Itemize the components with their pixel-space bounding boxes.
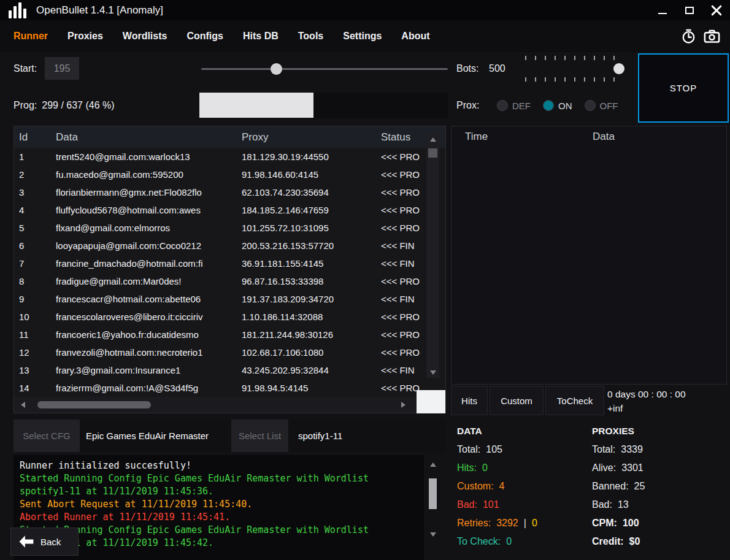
scroll-up-button[interactable] xyxy=(426,134,439,145)
cell-proxy: 36.91.181.155:4145 xyxy=(242,258,381,269)
menu-item[interactable]: Configs xyxy=(186,31,223,42)
hits-column-data[interactable]: Data xyxy=(593,131,615,143)
cell-data: trent5240@gmail.com:warlock13 xyxy=(56,152,242,162)
log-line: Started Running Config Epic Games EduAir… xyxy=(20,472,424,485)
scroll-corner xyxy=(417,390,445,413)
vertical-scroll-thumb[interactable] xyxy=(428,148,437,158)
scroll-down-button[interactable] xyxy=(426,367,439,378)
table-row[interactable]: 13 frary.3@gmail.com:Insurance1 43.245.2… xyxy=(14,361,426,379)
prox-label: Prox: xyxy=(456,100,479,111)
screenshot-camera-icon[interactable] xyxy=(704,29,720,44)
menu-item[interactable]: Runner xyxy=(13,31,48,42)
cell-status: <<< PRO xyxy=(381,276,425,286)
column-header[interactable]: Proxy xyxy=(242,131,381,144)
menu-item[interactable]: Settings xyxy=(343,31,382,42)
table-row[interactable]: 2 fu.macedo@gmail.com:595200 91.98.146.6… xyxy=(14,166,426,183)
selected-config-name: Epic Games EduAir Remaster xyxy=(86,420,228,452)
table-horizontal-scrollbar[interactable] xyxy=(14,397,445,413)
cell-proxy: 1.10.186.114:32088 xyxy=(242,312,381,322)
table-row[interactable]: 1 trent5240@gmail.com:warlock13 181.129.… xyxy=(14,148,426,166)
table-vertical-scrollbar[interactable] xyxy=(426,134,439,378)
arrow-down-icon xyxy=(430,532,436,537)
bots-slider-thumb[interactable] xyxy=(613,63,624,74)
horizontal-scroll-thumb[interactable] xyxy=(37,401,151,408)
cell-proxy: 62.103.74.230:35694 xyxy=(242,187,381,198)
table-row[interactable]: 6 looyapapuja@gmail.com:Coco0212 200.53.… xyxy=(14,237,426,255)
table-row[interactable]: 14 frazierrm@gmail.com:!A@S3d4f5g 91.98.… xyxy=(14,379,426,397)
cell-status: <<< PRO xyxy=(381,169,425,180)
slider-thumb[interactable] xyxy=(271,63,282,75)
scroll-right-button[interactable] xyxy=(396,397,410,413)
cell-id: 14 xyxy=(19,383,56,393)
cell-id: 9 xyxy=(19,294,56,304)
select-config-button[interactable]: Select CFG xyxy=(13,420,80,452)
table-row[interactable]: 3 florianbiermann@gmx.net:Flo082flo 62.1… xyxy=(14,183,426,201)
stat-separator: | xyxy=(524,518,526,529)
table-row[interactable]: 7 francine_dmachado@hotmail.com:fi 36.91… xyxy=(14,255,426,272)
cell-status: <<< PRO xyxy=(381,329,425,340)
stat-value: 4 xyxy=(499,481,505,492)
cell-proxy: 91.98.146.60:4145 xyxy=(242,169,381,180)
cell-proxy: 102.68.17.106:1080 xyxy=(242,347,381,358)
arrow-right-icon xyxy=(401,402,405,408)
menu-item[interactable]: Wordlists xyxy=(123,31,167,42)
proxy-mode-radio[interactable]: ON xyxy=(543,100,572,111)
menu-item[interactable]: Proxies xyxy=(67,31,103,42)
maximize-button[interactable] xyxy=(676,0,703,20)
radio-dot[interactable] xyxy=(497,100,508,111)
log-scrollbar[interactable] xyxy=(428,455,438,560)
table-row[interactable]: 5 flxand@gmail.com:elmorros 101.255.72.1… xyxy=(14,219,426,237)
stat-row: Total: 3339 xyxy=(592,440,645,459)
log-scroll-down-button[interactable] xyxy=(429,530,437,539)
table-row[interactable]: 8 fradigue@gmail.com:Mar0des! 96.87.16.1… xyxy=(14,272,426,290)
column-header[interactable]: Id xyxy=(19,131,56,144)
timer-icon[interactable] xyxy=(681,29,696,44)
cell-status: <<< PRO xyxy=(381,187,425,198)
menu-item[interactable]: Hits DB xyxy=(243,31,279,42)
scroll-left-button[interactable] xyxy=(15,397,30,413)
stat-value: 25 xyxy=(634,481,645,492)
log-line: Aborted Runner at 11/11/2019 11:45:41. xyxy=(20,511,424,524)
table-row[interactable]: 4 fluffycloud5678@hotmail.com:awes 184.1… xyxy=(14,201,426,219)
column-header[interactable]: Data xyxy=(56,131,242,144)
log-scroll-thumb[interactable] xyxy=(429,478,437,509)
table-row[interactable]: 12 franvezoli@hotmail.com:necroterio1 10… xyxy=(14,343,426,361)
cell-id: 8 xyxy=(19,276,56,286)
hits-tab[interactable]: Custom xyxy=(490,386,544,415)
menu-icons xyxy=(681,29,720,44)
start-input[interactable]: 195 xyxy=(45,57,79,80)
wordlist-position-slider[interactable] xyxy=(201,60,448,77)
proxy-mode-radio[interactable]: OFF xyxy=(585,100,618,111)
cell-status: <<< PRO xyxy=(381,223,425,233)
hits-tab[interactable]: Hits xyxy=(451,386,488,415)
minimize-button[interactable] xyxy=(649,0,676,20)
hits-column-time[interactable]: Time xyxy=(465,131,488,143)
stat-label: Retries: xyxy=(457,518,491,529)
stat-label: Banned: xyxy=(592,481,629,492)
stat-row: Custom: 4 xyxy=(457,477,537,496)
table-row[interactable]: 11 francoeric1@yahoo.fr:ducatidesmo 181.… xyxy=(14,326,426,343)
close-button[interactable] xyxy=(703,0,730,20)
select-list-button[interactable]: Select List xyxy=(231,420,288,452)
menu-item[interactable]: Tools xyxy=(298,31,323,42)
timer-elapsed: 0 days 00 : 00 : 00 xyxy=(607,387,686,401)
log-scroll-up-button[interactable] xyxy=(429,460,437,469)
stop-button[interactable]: STOP xyxy=(638,53,729,123)
cell-status: <<< FIN xyxy=(381,294,425,304)
cell-data: frazierrm@gmail.com:!A@S3d4f5g xyxy=(56,383,242,393)
cell-data: flxand@gmail.com:elmorros xyxy=(56,223,242,233)
proxy-mode-radio[interactable]: DEF xyxy=(497,100,531,111)
stat-row: CPM: 100 xyxy=(592,514,645,532)
column-header[interactable]: Status xyxy=(381,131,426,144)
table-row[interactable]: 9 francescacr@hotmail.com:abette06 191.3… xyxy=(14,290,426,308)
bots-slider[interactable] xyxy=(520,54,626,83)
radio-dot[interactable] xyxy=(585,100,596,111)
timer-remaining: +inf xyxy=(607,401,686,415)
back-button[interactable]: Back xyxy=(10,527,79,556)
hits-tab[interactable]: ToCheck xyxy=(545,386,604,415)
table-row[interactable]: 10 francescolaroveres@libero.it:cicciriv… xyxy=(14,308,426,326)
cell-data: fu.macedo@gmail.com:595200 xyxy=(56,169,242,180)
radio-dot[interactable] xyxy=(543,100,554,111)
cell-id: 12 xyxy=(19,347,56,358)
menu-item[interactable]: About xyxy=(401,31,429,42)
